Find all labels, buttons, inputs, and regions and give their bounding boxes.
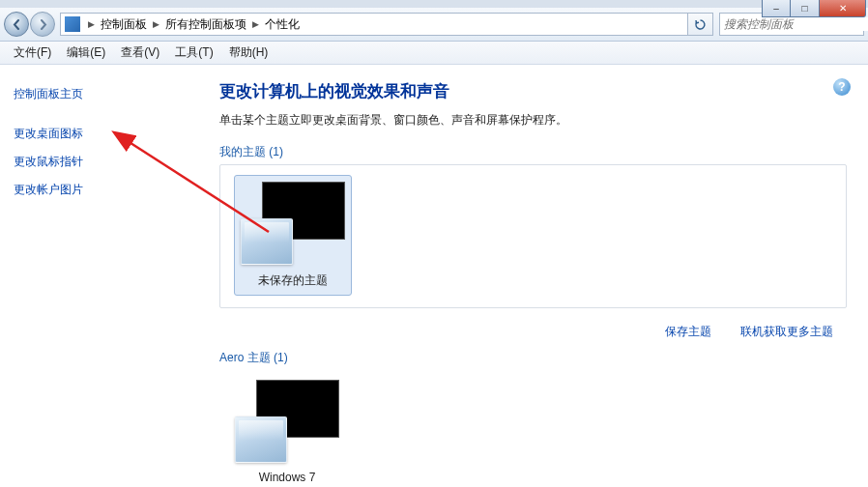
sidebar-link-account-picture[interactable]: 更改帐户图片: [14, 182, 185, 198]
control-panel-icon: [65, 16, 80, 32]
refresh-button[interactable]: [688, 13, 713, 36]
maximize-button[interactable]: □: [791, 0, 820, 17]
theme-label: Windows 7: [235, 471, 339, 484]
help-icon[interactable]: ?: [833, 78, 851, 96]
search-input[interactable]: [724, 17, 868, 31]
chevron-right-icon: ▶: [86, 19, 97, 29]
menu-tools[interactable]: 工具(T): [167, 42, 220, 64]
back-button[interactable]: [4, 12, 29, 37]
theme-windows7[interactable]: Windows 7: [231, 376, 343, 487]
chevron-right-icon: ▶: [250, 19, 261, 29]
menu-file[interactable]: 文件(F): [6, 42, 59, 64]
navigation-bar: ▶ 控制面板 ▶ 所有控制面板项 ▶ 个性化: [0, 8, 868, 42]
page-title: 更改计算机上的视觉效果和声音: [219, 80, 847, 102]
breadcrumb[interactable]: ▶ 控制面板 ▶ 所有控制面板项 ▶ 个性化: [60, 13, 688, 36]
get-more-themes-link[interactable]: 联机获取更多主题: [740, 325, 833, 338]
sidebar: 控制面板主页 更改桌面图标 更改鼠标指针 更改帐户图片: [0, 65, 198, 487]
menu-bar: 文件(F) 编辑(E) 查看(V) 工具(T) 帮助(H): [0, 42, 868, 65]
my-themes-title: 我的主题 (1): [219, 144, 847, 160]
theme-thumbnail: [235, 380, 339, 463]
page-subtitle: 单击某个主题立即更改桌面背景、窗口颜色、声音和屏幕保护程序。: [219, 112, 847, 129]
breadcrumb-personalization[interactable]: 个性化: [261, 16, 304, 33]
menu-help[interactable]: 帮助(H): [221, 42, 276, 64]
breadcrumb-control-panel[interactable]: 控制面板: [97, 16, 151, 33]
sidebar-link-desktop-icons[interactable]: 更改桌面图标: [14, 126, 185, 142]
chevron-right-icon: ▶: [151, 19, 161, 29]
breadcrumb-all-items[interactable]: 所有控制面板项: [161, 16, 250, 33]
save-theme-link[interactable]: 保存主题: [665, 325, 711, 338]
forward-button[interactable]: [30, 12, 55, 37]
minimize-button[interactable]: –: [762, 0, 791, 17]
aero-themes-title: Aero 主题 (1): [219, 350, 847, 366]
close-button[interactable]: ✕: [820, 0, 866, 17]
theme-thumbnail: [241, 182, 345, 265]
menu-view[interactable]: 查看(V): [113, 42, 167, 64]
theme-label: 未保存的主题: [241, 272, 345, 289]
sidebar-link-mouse-pointers[interactable]: 更改鼠标指针: [14, 154, 185, 170]
theme-unsaved[interactable]: 未保存的主题: [234, 175, 352, 296]
content-area: ? 更改计算机上的视觉效果和声音 单击某个主题立即更改桌面背景、窗口颜色、声音和…: [198, 65, 868, 487]
theme-actions: 保存主题 联机获取更多主题: [219, 314, 847, 350]
my-themes-panel: 未保存的主题: [219, 164, 847, 308]
menu-edit[interactable]: 编辑(E): [59, 42, 113, 64]
sidebar-home-link[interactable]: 控制面板主页: [14, 86, 185, 102]
